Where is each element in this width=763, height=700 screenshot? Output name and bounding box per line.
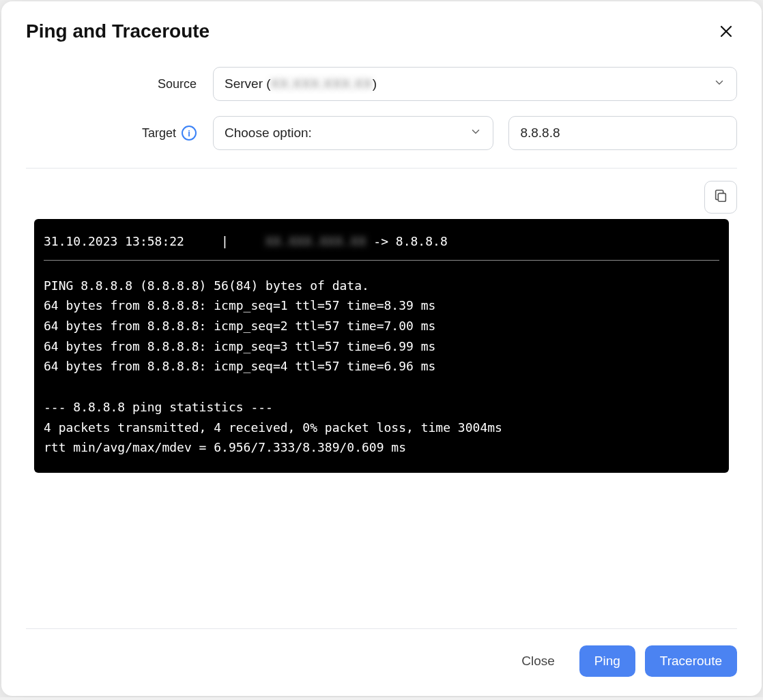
terminal-toolbar (26, 181, 737, 214)
ping-traceroute-dialog: Ping and Traceroute Source Server (XX.XX… (1, 1, 762, 696)
dialog-footer: Close Ping Traceroute (26, 628, 737, 677)
chevron-down-icon (470, 126, 482, 141)
terminal-output: 31.10.2023 13:58:22 | XX.XXX.XXX.XX -> 8… (34, 219, 729, 473)
copy-icon (713, 188, 728, 206)
form-divider (26, 168, 737, 169)
source-row: Source Server (XX.XXX.XXX.XX) (26, 67, 737, 101)
source-select[interactable]: Server (XX.XXX.XXX.XX) (213, 67, 737, 101)
target-label-wrap: Target i (26, 126, 197, 141)
source-label-wrap: Source (26, 77, 197, 91)
target-ip-value: 8.8.8.8 (520, 126, 560, 141)
terminal-body: PING 8.8.8.8 (8.8.8.8) 56(84) bytes of d… (44, 278, 502, 455)
close-button[interactable]: Close (506, 645, 570, 677)
terminal-timestamp: 31.10.2023 13:58:22 (44, 231, 184, 252)
target-select-placeholder: Choose option: (225, 126, 312, 141)
close-icon[interactable] (715, 20, 737, 42)
ping-button[interactable]: Ping (579, 645, 635, 677)
terminal-header-line: 31.10.2023 13:58:22 | XX.XXX.XXX.XX -> 8… (44, 231, 719, 257)
info-icon[interactable]: i (182, 126, 197, 141)
traceroute-button[interactable]: Traceroute (645, 645, 737, 677)
target-row: Target i Choose option: 8.8.8.8 (26, 116, 737, 150)
target-select[interactable]: Choose option: (213, 116, 493, 150)
terminal-source-redacted: XX.XXX.XXX.XX (265, 231, 366, 252)
chevron-down-icon (713, 76, 725, 92)
dialog-header: Ping and Traceroute (26, 20, 737, 42)
terminal-rule (44, 260, 719, 261)
source-label: Source (158, 77, 197, 91)
target-label: Target (142, 126, 176, 141)
source-select-value: Server (XX.XXX.XXX.XX) (225, 76, 377, 91)
terminal-arrow-dest: -> 8.8.8.8 (366, 231, 448, 252)
copy-button[interactable] (704, 181, 737, 214)
dialog-title: Ping and Traceroute (26, 20, 210, 42)
target-ip-input[interactable]: 8.8.8.8 (508, 116, 737, 150)
svg-rect-2 (718, 193, 725, 201)
terminal-separator: | (184, 231, 265, 252)
